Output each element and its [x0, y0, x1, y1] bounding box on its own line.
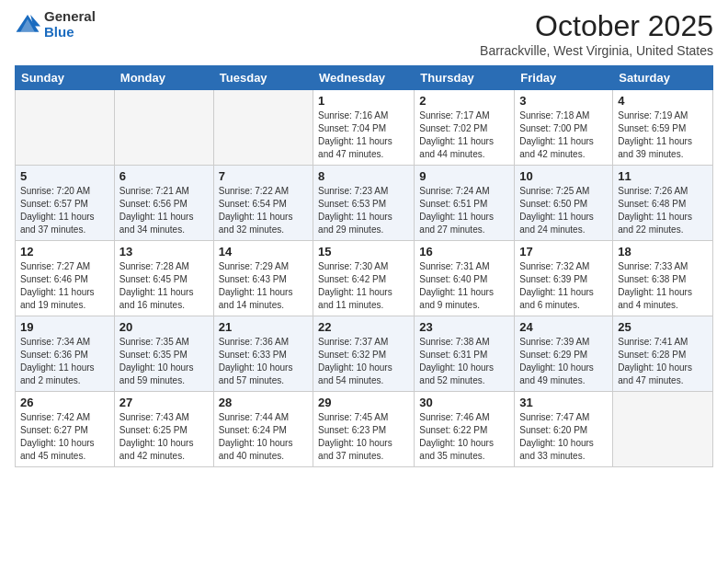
day-number: 28	[219, 396, 308, 409]
calendar-cell	[613, 392, 713, 467]
day-number: 23	[419, 320, 509, 334]
day-number: 16	[419, 245, 509, 259]
day-info: Sunrise: 7:42 AM Sunset: 6:27 PM Dayligh…	[20, 411, 109, 463]
day-info: Sunrise: 7:31 AM Sunset: 6:40 PM Dayligh…	[419, 260, 509, 312]
calendar-cell: 20Sunrise: 7:35 AM Sunset: 6:35 PM Dayli…	[114, 316, 213, 392]
calendar-cell: 4Sunrise: 7:19 AM Sunset: 6:59 PM Daylig…	[613, 90, 713, 166]
day-number: 14	[219, 245, 308, 259]
calendar-cell: 26Sunrise: 7:42 AM Sunset: 6:27 PM Dayli…	[16, 392, 115, 467]
day-number: 21	[219, 320, 308, 334]
day-info: Sunrise: 7:44 AM Sunset: 6:24 PM Dayligh…	[219, 411, 308, 463]
calendar-cell: 23Sunrise: 7:38 AM Sunset: 6:31 PM Dayli…	[415, 316, 515, 392]
day-number: 29	[318, 396, 409, 409]
day-number: 8	[318, 169, 409, 183]
calendar-cell: 15Sunrise: 7:30 AM Sunset: 6:42 PM Dayli…	[313, 241, 415, 316]
calendar-cell: 16Sunrise: 7:31 AM Sunset: 6:40 PM Dayli…	[415, 241, 515, 316]
day-number: 1	[318, 94, 409, 108]
day-info: Sunrise: 7:24 AM Sunset: 6:51 PM Dayligh…	[419, 185, 509, 236]
logo-icon	[15, 12, 40, 38]
day-info: Sunrise: 7:22 AM Sunset: 6:54 PM Dayligh…	[219, 185, 308, 236]
day-info: Sunrise: 7:43 AM Sunset: 6:25 PM Dayligh…	[119, 411, 209, 463]
day-number: 9	[419, 169, 509, 183]
calendar-cell: 9Sunrise: 7:24 AM Sunset: 6:51 PM Daylig…	[415, 166, 515, 241]
col-header-wednesday: Wednesday	[313, 66, 415, 90]
day-info: Sunrise: 7:30 AM Sunset: 6:42 PM Dayligh…	[318, 260, 409, 312]
day-number: 17	[519, 245, 608, 259]
calendar-cell: 5Sunrise: 7:20 AM Sunset: 6:57 PM Daylig…	[16, 166, 115, 241]
day-info: Sunrise: 7:38 AM Sunset: 6:31 PM Dayligh…	[419, 336, 509, 387]
day-number: 11	[618, 169, 708, 183]
logo-general-text: General	[44, 9, 96, 25]
day-number: 30	[419, 396, 509, 409]
day-number: 27	[119, 396, 209, 409]
calendar-cell: 11Sunrise: 7:26 AM Sunset: 6:48 PM Dayli…	[613, 166, 713, 241]
calendar-cell: 1Sunrise: 7:16 AM Sunset: 7:04 PM Daylig…	[313, 90, 415, 166]
day-number: 19	[20, 320, 109, 334]
day-info: Sunrise: 7:37 AM Sunset: 6:32 PM Dayligh…	[318, 336, 409, 387]
day-number: 2	[419, 94, 509, 108]
day-info: Sunrise: 7:29 AM Sunset: 6:43 PM Dayligh…	[219, 260, 308, 312]
calendar-cell: 31Sunrise: 7:47 AM Sunset: 6:20 PM Dayli…	[515, 392, 613, 467]
day-info: Sunrise: 7:45 AM Sunset: 6:23 PM Dayligh…	[318, 411, 409, 463]
day-info: Sunrise: 7:33 AM Sunset: 6:38 PM Dayligh…	[618, 260, 708, 312]
logo: General Blue	[15, 9, 96, 40]
location: Barrackville, West Virginia, United Stat…	[480, 43, 713, 58]
day-number: 18	[618, 245, 708, 259]
calendar-cell: 13Sunrise: 7:28 AM Sunset: 6:45 PM Dayli…	[114, 241, 213, 316]
calendar-cell: 17Sunrise: 7:32 AM Sunset: 6:39 PM Dayli…	[515, 241, 613, 316]
day-info: Sunrise: 7:46 AM Sunset: 6:22 PM Dayligh…	[419, 411, 509, 463]
col-header-thursday: Thursday	[415, 66, 515, 90]
calendar-cell: 27Sunrise: 7:43 AM Sunset: 6:25 PM Dayli…	[114, 392, 213, 467]
day-info: Sunrise: 7:18 AM Sunset: 7:00 PM Dayligh…	[519, 109, 608, 161]
calendar-cell: 30Sunrise: 7:46 AM Sunset: 6:22 PM Dayli…	[415, 392, 515, 467]
day-info: Sunrise: 7:16 AM Sunset: 7:04 PM Dayligh…	[318, 109, 409, 161]
day-number: 20	[119, 320, 209, 334]
day-info: Sunrise: 7:36 AM Sunset: 6:33 PM Dayligh…	[219, 336, 308, 387]
calendar-cell: 29Sunrise: 7:45 AM Sunset: 6:23 PM Dayli…	[313, 392, 415, 467]
calendar-cell: 3Sunrise: 7:18 AM Sunset: 7:00 PM Daylig…	[515, 90, 613, 166]
title-block: October 2025 Barrackville, West Virginia…	[480, 9, 713, 58]
day-number: 13	[119, 245, 209, 259]
col-header-sunday: Sunday	[16, 66, 115, 90]
day-number: 10	[519, 169, 608, 183]
day-info: Sunrise: 7:27 AM Sunset: 6:46 PM Dayligh…	[20, 260, 109, 312]
day-number: 26	[20, 396, 109, 409]
calendar-cell: 24Sunrise: 7:39 AM Sunset: 6:29 PM Dayli…	[515, 316, 613, 392]
col-header-saturday: Saturday	[613, 66, 713, 90]
logo-blue-text: Blue	[44, 25, 96, 40]
day-info: Sunrise: 7:19 AM Sunset: 6:59 PM Dayligh…	[618, 109, 708, 161]
day-info: Sunrise: 7:20 AM Sunset: 6:57 PM Dayligh…	[20, 185, 109, 236]
day-info: Sunrise: 7:28 AM Sunset: 6:45 PM Dayligh…	[119, 260, 209, 312]
day-info: Sunrise: 7:21 AM Sunset: 6:56 PM Dayligh…	[119, 185, 209, 236]
day-number: 15	[318, 245, 409, 259]
calendar-cell	[213, 90, 313, 166]
calendar-cell: 6Sunrise: 7:21 AM Sunset: 6:56 PM Daylig…	[114, 166, 213, 241]
day-number: 3	[519, 94, 608, 108]
day-info: Sunrise: 7:26 AM Sunset: 6:48 PM Dayligh…	[618, 185, 708, 236]
calendar-cell: 18Sunrise: 7:33 AM Sunset: 6:38 PM Dayli…	[613, 241, 713, 316]
calendar-cell: 14Sunrise: 7:29 AM Sunset: 6:43 PM Dayli…	[213, 241, 313, 316]
day-info: Sunrise: 7:23 AM Sunset: 6:53 PM Dayligh…	[318, 185, 409, 236]
day-info: Sunrise: 7:17 AM Sunset: 7:02 PM Dayligh…	[419, 109, 509, 161]
day-number: 24	[519, 320, 608, 334]
day-number: 22	[318, 320, 409, 334]
col-header-tuesday: Tuesday	[213, 66, 313, 90]
calendar-cell: 12Sunrise: 7:27 AM Sunset: 6:46 PM Dayli…	[16, 241, 115, 316]
calendar-cell: 2Sunrise: 7:17 AM Sunset: 7:02 PM Daylig…	[415, 90, 515, 166]
calendar-cell: 8Sunrise: 7:23 AM Sunset: 6:53 PM Daylig…	[313, 166, 415, 241]
col-header-friday: Friday	[515, 66, 613, 90]
calendar-cell: 22Sunrise: 7:37 AM Sunset: 6:32 PM Dayli…	[313, 316, 415, 392]
calendar-cell: 28Sunrise: 7:44 AM Sunset: 6:24 PM Dayli…	[213, 392, 313, 467]
page: General Blue October 2025 Barrackville, …	[0, 0, 728, 563]
day-number: 12	[20, 245, 109, 259]
calendar-cell	[114, 90, 213, 166]
header: General Blue October 2025 Barrackville, …	[15, 9, 713, 58]
day-info: Sunrise: 7:32 AM Sunset: 6:39 PM Dayligh…	[519, 260, 608, 312]
day-number: 31	[519, 396, 608, 409]
calendar-cell: 7Sunrise: 7:22 AM Sunset: 6:54 PM Daylig…	[213, 166, 313, 241]
calendar-cell: 10Sunrise: 7:25 AM Sunset: 6:50 PM Dayli…	[515, 166, 613, 241]
day-number: 5	[20, 169, 109, 183]
day-info: Sunrise: 7:35 AM Sunset: 6:35 PM Dayligh…	[119, 336, 209, 387]
day-info: Sunrise: 7:34 AM Sunset: 6:36 PM Dayligh…	[20, 336, 109, 387]
day-info: Sunrise: 7:39 AM Sunset: 6:29 PM Dayligh…	[519, 336, 608, 387]
